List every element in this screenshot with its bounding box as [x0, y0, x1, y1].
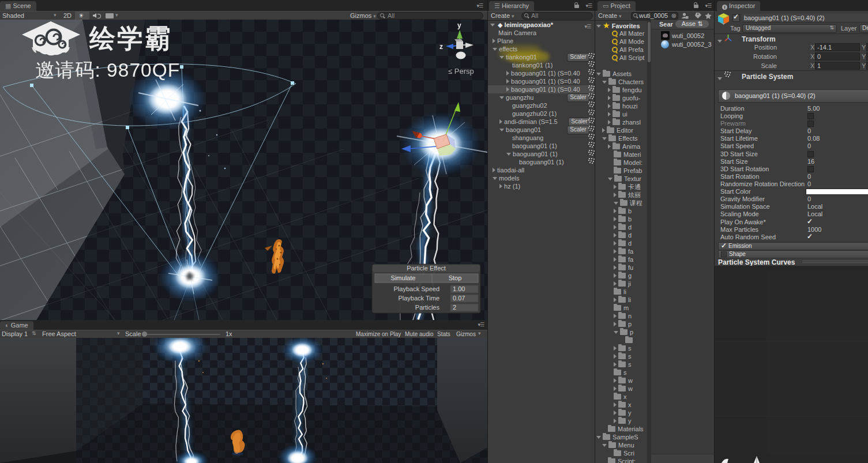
- svg-text:绘学霸: 绘学霸: [89, 24, 172, 53]
- svg-text:邀请码: 9870QF: 邀请码: 9870QF: [35, 59, 180, 81]
- svg-text:≤ Persp: ≤ Persp: [448, 67, 474, 76]
- svg-text:Playback Time: Playback Time: [398, 295, 439, 302]
- svg-text:Particle Effect: Particle Effect: [407, 265, 446, 272]
- svg-text:Particles: Particles: [415, 304, 440, 311]
- svg-text:y: y: [457, 21, 461, 29]
- svg-text:Playback Speed: Playback Speed: [394, 285, 440, 292]
- svg-text:2: 2: [453, 304, 456, 311]
- svg-text:Simulate: Simulate: [391, 274, 416, 281]
- svg-text:1.00: 1.00: [453, 285, 465, 292]
- svg-text:Stop: Stop: [449, 274, 462, 281]
- svg-text:z: z: [439, 43, 443, 51]
- svg-text:0.07: 0.07: [453, 295, 465, 302]
